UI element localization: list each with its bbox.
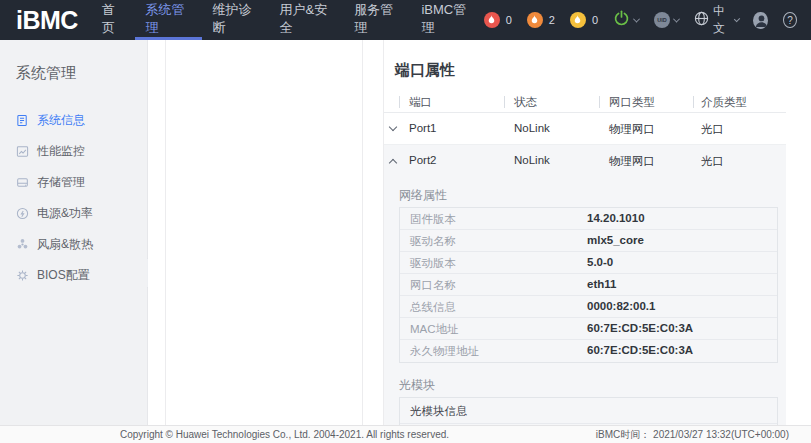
property-value: 60:7E:CD:5E:C0:3A	[587, 344, 693, 356]
optical-module-info-header: 光模块信息	[400, 398, 777, 424]
nav-item-user-security[interactable]: 用户&安全	[269, 0, 344, 40]
nav-item-system-management[interactable]: 系统管理	[135, 0, 202, 40]
ibmc-logo: iBMC	[16, 6, 78, 35]
nav-item-home[interactable]: 首页	[92, 0, 136, 40]
page-footer: Copyright © Huawei Technologies Co., Ltd…	[0, 425, 811, 443]
line-chart-icon	[16, 145, 29, 158]
language-label: 中文	[713, 3, 731, 37]
cell-status: NoLink	[514, 154, 550, 166]
table-row: 永久物理地址 60:7E:CD:5E:C0:3A	[400, 340, 777, 362]
property-label: 总线信息	[410, 300, 456, 315]
major-alarm-flame-icon	[527, 12, 543, 28]
network-properties-title: 网络属性	[399, 185, 771, 205]
minor-alarm-count: 0	[592, 14, 598, 26]
sidebar-item-storage-management[interactable]: 存储管理	[0, 167, 147, 198]
sidebar-menu: 系统信息 性能监控 存储管理	[0, 105, 147, 291]
gear-icon	[16, 269, 29, 282]
minor-alarm-indicator[interactable]: 0	[570, 12, 598, 28]
column-header-media-type: 介质类型	[701, 95, 747, 110]
chevron-down-icon	[633, 15, 640, 22]
top-navigation-bar: iBMC 首页 系统管理 维护诊断 用户&安全 服务管理 iBMC管理 0 2 …	[0, 0, 811, 40]
storage-icon	[16, 176, 29, 189]
major-alarm-indicator[interactable]: 2	[527, 12, 555, 28]
panel-divider	[165, 40, 166, 425]
sidebar-item-label: BIOS配置	[37, 267, 90, 284]
chevron-down-icon	[733, 15, 739, 21]
sidebar-item-fan-cooling[interactable]: 风扇&散热	[0, 229, 147, 260]
globe-icon	[694, 11, 709, 30]
ibmc-time: iBMC时间： 2021/03/27 13:32(UTC+00:00)	[596, 428, 789, 442]
content-area: 端口属性 端口 状态 网口类型 介质类型 Port1 NoLink 物理网口 光…	[148, 40, 811, 425]
property-value: 60:7E:CD:5E:C0:3A	[587, 322, 693, 334]
sidebar-item-label: 性能监控	[37, 143, 85, 160]
cell-media-type: 光口	[701, 154, 724, 169]
cell-status: NoLink	[514, 122, 550, 134]
cell-port: Port1	[409, 122, 437, 134]
critical-alarm-count: 0	[506, 14, 512, 26]
expand-chevron-down-icon[interactable]	[389, 123, 397, 131]
page-body: 系统管理 系统信息 性能监控	[0, 40, 811, 425]
minor-alarm-flame-icon	[570, 12, 586, 28]
property-value: eth11	[587, 278, 616, 290]
property-label: 驱动名称	[410, 234, 456, 249]
table-row-port2[interactable]: Port2 NoLink 物理网口 光口	[384, 145, 786, 177]
nav-item-maintenance-diagnosis[interactable]: 维护诊断	[202, 0, 269, 40]
table-row: 固件版本 14.20.1010	[400, 208, 777, 230]
panel-title: 端口属性	[384, 40, 811, 80]
sidebar-item-bios-config[interactable]: BIOS配置	[0, 260, 147, 291]
sidebar-item-label: 电源&功率	[37, 205, 93, 222]
optical-module-title: 光模块	[399, 375, 771, 395]
property-label: 永久物理地址	[410, 344, 479, 359]
property-value: 5.0-0	[587, 256, 613, 268]
critical-alarm-flame-icon	[484, 12, 500, 28]
critical-alarm-indicator[interactable]: 0	[484, 12, 512, 28]
property-label: 驱动版本	[410, 256, 456, 271]
table-row: MAC地址 60:7E:CD:5E:C0:3A	[400, 318, 777, 340]
cell-port-type: 物理网口	[609, 154, 655, 169]
power-meter-icon	[16, 207, 29, 220]
power-control-dropdown[interactable]	[613, 10, 639, 31]
property-label: MAC地址	[410, 322, 459, 337]
sidebar-item-system-info[interactable]: 系统信息	[0, 105, 147, 136]
column-header-status: 状态	[514, 95, 537, 110]
nav-item-ibmc-management[interactable]: iBMC管理	[411, 0, 483, 40]
column-header-port-type: 网口类型	[609, 95, 655, 110]
sidebar-item-performance-monitor[interactable]: 性能监控	[0, 136, 147, 167]
document-icon	[16, 114, 29, 127]
port2-detail-area: 网络属性 固件版本 14.20.1010 驱动名称 mlx5_core 驱动版本	[384, 177, 786, 425]
property-label: 网口名称	[410, 278, 456, 293]
main-nav: 首页 系统管理 维护诊断 用户&安全 服务管理 iBMC管理	[92, 0, 484, 40]
sidebar-item-label: 风扇&散热	[37, 236, 93, 253]
copyright-text: Copyright © Huawei Technologies Co., Ltd…	[120, 429, 449, 440]
sidebar-item-label: 系统信息	[37, 112, 85, 129]
cell-port-type: 物理网口	[609, 122, 655, 137]
panel-divider	[362, 40, 363, 425]
property-label: 固件版本	[410, 212, 456, 227]
port-table-header: 端口 状态 网口类型 介质类型	[384, 91, 786, 113]
network-properties-table: 固件版本 14.20.1010 驱动名称 mlx5_core 驱动版本 5.0-…	[399, 207, 778, 363]
cell-port: Port2	[409, 154, 437, 166]
table-row: 网口名称 eth11	[400, 274, 777, 296]
uid-icon: UID	[654, 12, 670, 28]
property-value: 14.20.1010	[587, 212, 645, 224]
column-header-port: 端口	[409, 95, 432, 110]
major-alarm-count: 2	[549, 14, 555, 26]
port-table: 端口 状态 网口类型 介质类型 Port1 NoLink 物理网口 光口 Por…	[384, 91, 786, 425]
language-selector[interactable]: 中文	[694, 3, 738, 37]
port-properties-panel: 端口属性 端口 状态 网口类型 介质类型 Port1 NoLink 物理网口 光…	[383, 40, 811, 425]
nav-item-service-management[interactable]: 服务管理	[344, 0, 411, 40]
chevron-down-icon	[673, 15, 680, 22]
cell-media-type: 光口	[701, 122, 724, 137]
sidebar-system-management: 系统管理 系统信息 性能监控	[0, 40, 148, 425]
table-row: 驱动名称 mlx5_core	[400, 230, 777, 252]
optical-module-table: 光模块信息 厂商 WTD 序列号 HN205200110043	[399, 397, 778, 425]
property-value: mlx5_core	[587, 234, 644, 246]
help-icon[interactable]: ?	[783, 12, 797, 28]
table-row-port1[interactable]: Port1 NoLink 物理网口 光口	[384, 113, 786, 145]
sidebar-item-label: 存储管理	[37, 174, 85, 191]
sidebar-item-power-wattage[interactable]: 电源&功率	[0, 198, 147, 229]
user-avatar[interactable]	[753, 12, 768, 29]
collapse-chevron-up-icon[interactable]	[389, 159, 397, 167]
fan-icon	[16, 238, 29, 251]
uid-indicator-dropdown[interactable]: UID	[654, 12, 679, 28]
